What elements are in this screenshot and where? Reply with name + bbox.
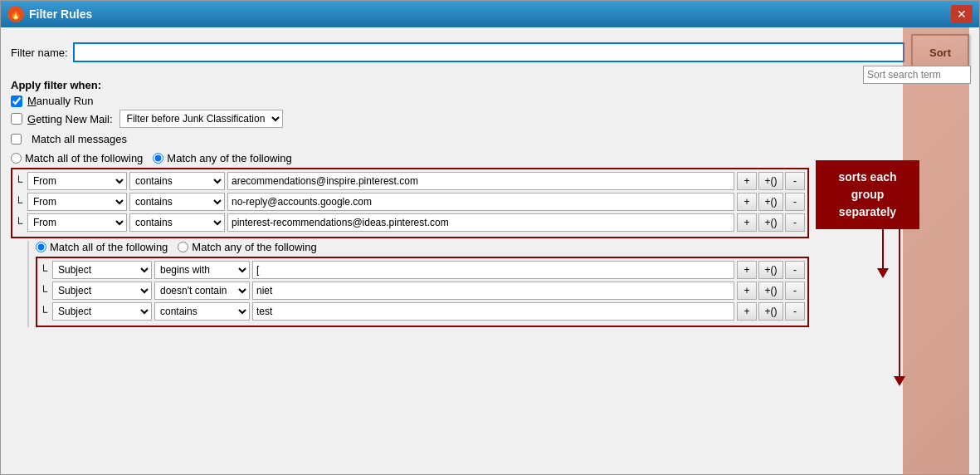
group1-row2-value[interactable] (227, 193, 734, 211)
group2-row3-condition[interactable]: containsdoesn't contain (154, 302, 250, 321)
sub-indent-2: └ (40, 285, 50, 297)
right-column: sorts each group separately (816, 152, 969, 330)
match-all-messages-checkbox[interactable] (11, 134, 22, 144)
group1-row1-field[interactable]: FromSubjectTo (27, 172, 127, 190)
group1-match-all-label[interactable]: Match all of the following (11, 152, 143, 164)
group1-row-2: └ FromSubject contains + +() - (15, 193, 805, 211)
group2-match-all-label[interactable]: Match all of the following (36, 241, 168, 253)
match-all-messages-row: Match all messages (11, 133, 969, 145)
group2-match-any-radio[interactable] (178, 242, 188, 252)
apply-title: Apply filter when: (11, 79, 969, 91)
indent-1: └ (15, 175, 25, 188)
group2-row2-plus[interactable]: + (737, 282, 757, 300)
group1-header: Match all of the following Match any of … (11, 152, 809, 164)
group1-row-1: └ FromSubjectTo containsdoesn't contain … (15, 172, 805, 190)
group2-row2-condition[interactable]: doesn't containcontains (154, 282, 250, 300)
group1-row2-field[interactable]: FromSubject (27, 193, 127, 211)
group2-row1-actions: + +() - (737, 261, 805, 279)
group2-row-3: └ SubjectFrom containsdoesn't contain + … (40, 302, 805, 321)
group1-row3-plus-paren[interactable]: +() (758, 213, 783, 232)
group1-container: Match all of the following Match any of … (11, 152, 809, 330)
group2-box: └ SubjectFrom begins withcontains + +() (36, 257, 809, 327)
group2-row3-field[interactable]: SubjectFrom (52, 302, 152, 321)
group1-row3-minus[interactable]: - (785, 213, 805, 232)
group2-header: Match all of the following Match any of … (36, 241, 809, 253)
group2-row1-value[interactable] (252, 261, 734, 279)
group2-row2-actions: + +() - (737, 282, 805, 300)
group1-row3-plus[interactable]: + (737, 213, 757, 232)
app-icon: 🔥 (7, 6, 24, 22)
group1-row3-condition[interactable]: contains (129, 213, 225, 232)
rules-area: Match all of the following Match any of … (11, 152, 969, 330)
indent-3: └ (15, 217, 25, 229)
filter-name-input[interactable]: [Gmail] » sort Filters - complex (73, 42, 904, 62)
group2-row3-value[interactable] (252, 302, 734, 321)
group1-row2-plus-paren[interactable]: +() (758, 193, 783, 211)
group2-row2-minus[interactable]: - (785, 282, 805, 300)
content-area: Filter name: [Gmail] » sort Filters - co… (1, 27, 979, 474)
sub-indent-3: └ (40, 306, 50, 318)
group2-row-1: └ SubjectFrom begins withcontains + +() (40, 261, 805, 279)
group1-match-any-label[interactable]: Match any of the following (153, 152, 291, 164)
group1-row1-minus[interactable]: - (785, 172, 805, 190)
group2-container: Match all of the following Match any of … (27, 241, 809, 327)
group1-box: └ FromSubjectTo containsdoesn't contain … (11, 168, 809, 238)
group2-row1-field[interactable]: SubjectFrom (52, 261, 152, 279)
junk-classification-select[interactable]: Filter before Junk Classification Filter… (119, 110, 283, 128)
group1-row3-field[interactable]: FromSubject (27, 213, 127, 232)
group1-row2-plus[interactable]: + (737, 193, 757, 211)
group2-row1-condition[interactable]: begins withcontains (154, 261, 250, 279)
manually-run-checkbox[interactable] (11, 95, 22, 107)
group1-row1-value[interactable] (227, 172, 734, 190)
group2-row2-field[interactable]: SubjectFrom (52, 282, 152, 300)
group2-row2-plus-paren[interactable]: +() (758, 282, 783, 300)
group2-match-all-radio[interactable] (36, 242, 46, 252)
manually-run-label: Manually Run (27, 95, 94, 107)
group1-row3-value[interactable] (227, 213, 734, 232)
group1-row1-plus-paren[interactable]: +() (758, 172, 783, 190)
getting-new-mail-row: Getting New Mail: Filter before Junk Cla… (11, 110, 969, 128)
group2-row3-plus[interactable]: + (737, 302, 757, 321)
sort-search-area (863, 66, 971, 84)
group1-row2-minus[interactable]: - (785, 193, 805, 211)
group2-row1-plus-paren[interactable]: +() (758, 261, 783, 279)
group2-row3-actions: + +() - (737, 302, 805, 321)
getting-new-mail-checkbox[interactable] (11, 113, 22, 125)
group1-match-all-radio[interactable] (11, 153, 22, 164)
group2-match-any-label[interactable]: Match any of the following (178, 241, 316, 253)
group2-row1-minus[interactable]: - (785, 261, 805, 279)
group1-match-any-radio[interactable] (153, 153, 163, 164)
group1-row1-plus[interactable]: + (737, 172, 757, 190)
background-decoration (903, 27, 969, 474)
group2-row-2: └ SubjectFrom doesn't containcontains + … (40, 282, 805, 300)
sub-indent-1: └ (40, 264, 50, 277)
group1-row-3: └ FromSubject contains + +() - (15, 213, 805, 232)
arrow2 (865, 218, 905, 386)
group1-row1-condition[interactable]: containsdoesn't contain (129, 172, 225, 190)
apply-section: Apply filter when: Manually Run Getting … (11, 79, 969, 128)
getting-new-mail-label: Getting New Mail: (27, 113, 113, 125)
filter-name-label: Filter name: (11, 47, 68, 59)
group2-row3-minus[interactable]: - (785, 302, 805, 321)
group1-row3-actions: + +() - (737, 213, 805, 232)
manually-run-row: Manually Run (11, 95, 969, 107)
group2-row1-plus[interactable]: + (737, 261, 757, 279)
group2-row3-plus-paren[interactable]: +() (758, 302, 783, 321)
group1-row1-actions: + +() - (737, 172, 805, 190)
title-bar: 🔥 Filter Rules ✕ (1, 1, 979, 27)
window-title: Filter Rules (29, 7, 951, 21)
group1-row2-condition[interactable]: contains (129, 193, 225, 211)
main-window: 🔥 Filter Rules ✕ Filter name: [Gmail] » … (0, 0, 980, 475)
filter-name-row: Filter name: [Gmail] » sort Filters - co… (11, 34, 969, 71)
sort-search-input[interactable] (863, 66, 971, 84)
group2-row2-value[interactable] (252, 282, 734, 300)
indent-2: └ (15, 196, 25, 208)
group1-row2-actions: + +() - (737, 193, 805, 211)
close-button[interactable]: ✕ (951, 5, 973, 23)
match-all-messages-label: Match all messages (32, 133, 127, 145)
